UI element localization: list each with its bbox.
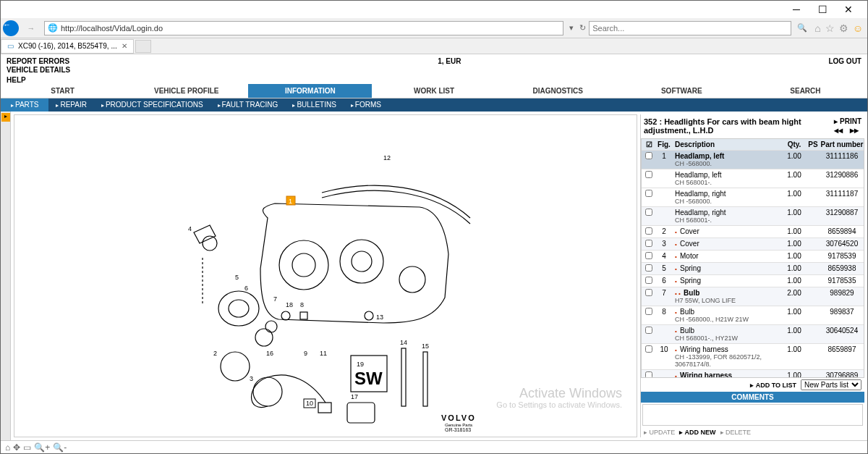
- svg-rect-17: [423, 352, 427, 406]
- menu-vehicle-profile[interactable]: VEHICLE PROFILE: [124, 84, 248, 98]
- col-fig: Fig.: [656, 140, 672, 148]
- maximize-button[interactable]: ☐: [809, 2, 835, 17]
- submenu-repair[interactable]: ▸REPAIR: [48, 98, 94, 112]
- prev-page-icon[interactable]: ◂◂: [834, 125, 843, 135]
- nav-forward-button[interactable]: →: [21, 20, 41, 37]
- sidebar-toggle[interactable]: ▸: [1, 112, 11, 440]
- table-row[interactable]: 5• Spring1.008659938: [642, 263, 864, 275]
- submenu-bulletins[interactable]: ▸BULLETINS: [285, 98, 343, 112]
- doc-tool-icon[interactable]: ▭: [23, 442, 31, 453]
- table-row[interactable]: 3• Cover1.0030764520: [642, 238, 864, 251]
- menu-information[interactable]: INFORMATION: [248, 84, 372, 98]
- svg-text:13: 13: [376, 314, 383, 321]
- row-checkbox[interactable]: [645, 227, 652, 235]
- submenu-fault-tracing[interactable]: ▸FAULT TRACING: [210, 98, 286, 112]
- menu-diagnostics[interactable]: DIAGNOSTICS: [496, 84, 620, 98]
- add-new-button[interactable]: ▸ ADD NEW: [679, 429, 715, 436]
- col-ps: PS: [806, 140, 820, 148]
- tab-close-icon[interactable]: ✕: [122, 42, 127, 50]
- zoom-in-icon[interactable]: 🔍+: [34, 442, 50, 453]
- row-checkbox[interactable]: [645, 289, 652, 296]
- new-tab-button[interactable]: [135, 40, 151, 53]
- close-button[interactable]: ✕: [835, 2, 861, 17]
- panel-title: 352 : Headlights For cars with beam high…: [644, 117, 834, 135]
- table-row[interactable]: 7• • BulbH7 55W, LONG LIFE2.00989829: [642, 287, 864, 306]
- svg-text:7: 7: [273, 295, 277, 303]
- svg-point-10: [281, 311, 290, 320]
- svg-rect-11: [300, 312, 307, 319]
- table-row[interactable]: • BulbCH 568001-., HY21W1.0030640524: [642, 325, 864, 344]
- comment-input[interactable]: [642, 404, 863, 426]
- next-page-icon[interactable]: ▸▸: [850, 125, 859, 135]
- address-bar: ← → 🌐 http://localhost/Vida/Login.do ▾ ↻…: [1, 18, 867, 38]
- svg-text:3: 3: [250, 375, 253, 382]
- zoom-out-icon[interactable]: 🔍-: [53, 442, 67, 453]
- svg-point-7: [229, 300, 249, 317]
- update-button[interactable]: ▸ UPDATE: [644, 429, 675, 436]
- row-checkbox[interactable]: [645, 327, 652, 334]
- menu-software[interactable]: SOFTWARE: [620, 84, 744, 98]
- row-checkbox[interactable]: [645, 209, 652, 216]
- expand-icon[interactable]: ▸: [1, 113, 10, 122]
- settings-icon[interactable]: ⚙: [839, 22, 848, 34]
- table-row[interactable]: Headlamp, rightCH -568000.1.0031111187: [642, 188, 864, 207]
- svg-text:6: 6: [244, 285, 248, 292]
- menu-search[interactable]: SEARCH: [744, 84, 867, 98]
- vehicle-details-link[interactable]: VEHICLE DETAILS: [7, 66, 70, 75]
- logout-link[interactable]: LOG OUT: [828, 57, 861, 73]
- nav-back-button[interactable]: ←: [1, 20, 21, 37]
- add-to-list-button[interactable]: ▸ ADD TO LIST: [750, 382, 796, 389]
- document-tab[interactable]: ▭ XC90 (-16), 2014, B5254T9, ... ✕: [1, 39, 134, 54]
- parts-panel: 352 : Headlights For cars with beam high…: [640, 114, 864, 437]
- delete-button[interactable]: ▸ DELETE: [720, 429, 752, 436]
- table-row[interactable]: 8• BulbCH -568000., H21W 21W1.00989837: [642, 306, 864, 325]
- table-row[interactable]: • Wiring harnessCH 134000-, FOR 30678586…: [642, 370, 864, 378]
- svg-text:16: 16: [266, 350, 273, 357]
- table-row[interactable]: Headlamp, leftCH 568001-.1.0031290886: [642, 169, 864, 188]
- svg-text:5: 5: [235, 274, 239, 281]
- row-checkbox[interactable]: [645, 264, 652, 272]
- url-field[interactable]: 🌐 http://localhost/Vida/Login.do: [44, 21, 563, 35]
- row-checkbox[interactable]: [645, 171, 652, 178]
- menu-start[interactable]: START: [1, 84, 124, 98]
- search-icon[interactable]: 🔍: [797, 23, 807, 33]
- minimize-button[interactable]: ─: [783, 2, 809, 17]
- row-checkbox[interactable]: [645, 252, 652, 259]
- help-link[interactable]: HELP: [1, 76, 867, 84]
- svg-text:2: 2: [213, 350, 217, 357]
- table-row[interactable]: 2• Cover1.008659894: [642, 226, 864, 238]
- col-qty: Qty.: [783, 140, 806, 148]
- svg-point-6: [218, 291, 259, 326]
- table-row[interactable]: Headlamp, rightCH 568001-.1.0031290887: [642, 207, 864, 226]
- row-checkbox[interactable]: [645, 240, 652, 247]
- table-row[interactable]: 4• Motor1.009178539: [642, 251, 864, 263]
- submenu-parts[interactable]: ▸PARTS: [1, 98, 48, 112]
- table-row[interactable]: 10• Wiring harnessCH -133999, FOR 862057…: [642, 344, 864, 370]
- svg-text:18: 18: [286, 301, 293, 308]
- favorites-icon[interactable]: ☆: [825, 22, 835, 34]
- row-checkbox[interactable]: [645, 371, 652, 378]
- submenu-product-specs[interactable]: ▸PRODUCT SPECIFICATIONS: [94, 98, 210, 112]
- select-tool-icon[interactable]: ✥: [13, 442, 20, 453]
- home-tool-icon[interactable]: ⌂: [5, 442, 10, 453]
- search-input[interactable]: [589, 21, 791, 35]
- row-checkbox[interactable]: [645, 308, 652, 315]
- report-errors-link[interactable]: REPORT ERRORS: [7, 57, 70, 66]
- parts-list-select[interactable]: New Parts list: [801, 379, 861, 390]
- diagram-area[interactable]: 1 12 4 5 6 2 3 7 18 8 9 11 13 14: [14, 114, 637, 437]
- submenu-forms[interactable]: ▸FORMS: [344, 98, 388, 112]
- table-row[interactable]: 6• Spring1.009178535: [642, 275, 864, 287]
- svg-point-12: [365, 311, 373, 320]
- svg-rect-16: [401, 348, 406, 406]
- home-icon[interactable]: ⌂: [814, 22, 820, 34]
- row-checkbox[interactable]: [645, 277, 652, 284]
- row-checkbox[interactable]: [645, 190, 652, 197]
- dropdown-icon[interactable]: ▾: [569, 23, 574, 33]
- row-checkbox[interactable]: [645, 152, 652, 159]
- refresh-icon[interactable]: ↻: [579, 23, 586, 33]
- table-row[interactable]: 1Headlamp, leftCH -568000.1.0031111186: [642, 151, 864, 169]
- print-button[interactable]: ▸ PRINT: [834, 117, 861, 125]
- menu-work-list[interactable]: WORK LIST: [372, 84, 495, 98]
- row-checkbox[interactable]: [645, 345, 652, 353]
- smiley-icon[interactable]: ☺: [853, 22, 863, 34]
